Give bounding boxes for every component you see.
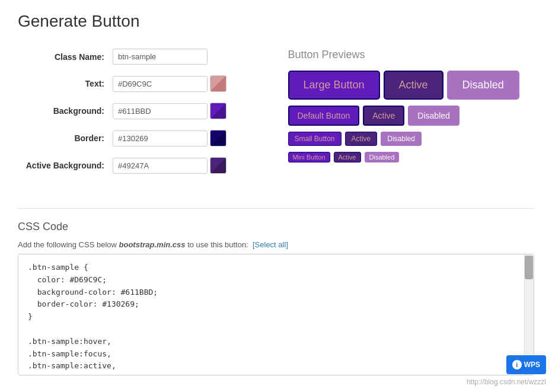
select-all-link[interactable]: [Select all] xyxy=(253,240,288,249)
preview-row-large: Large Button Active Disabled xyxy=(288,71,535,100)
css-section-title: CSS Code xyxy=(18,221,534,233)
class-name-label: Class Name: xyxy=(18,52,113,62)
class-name-row: Class Name: xyxy=(18,49,264,65)
border-row: Border: xyxy=(18,130,264,146)
large-button-disabled[interactable]: Disabled xyxy=(447,71,519,100)
background-row: Background: xyxy=(18,103,264,119)
text-input-group xyxy=(113,75,226,92)
css-filename: bootstrap.min.css xyxy=(119,240,186,249)
background-label: Background: xyxy=(18,106,113,116)
small-button-disabled[interactable]: Disabled xyxy=(381,132,422,146)
active-background-label: Active Background: xyxy=(18,161,113,170)
form-section: Class Name: Text: Background: Border: xyxy=(18,49,264,184)
preview-row-mini: Mini Button Active Disabled xyxy=(288,152,535,162)
mini-button-normal[interactable]: Mini Button xyxy=(288,152,330,162)
small-button-normal[interactable]: Small Button xyxy=(288,132,342,146)
active-background-row: Active Background: xyxy=(18,157,264,174)
border-color-swatch[interactable] xyxy=(210,130,226,146)
large-button-normal[interactable]: Large Button xyxy=(288,71,380,100)
background-input-group xyxy=(113,103,226,119)
text-label: Text: xyxy=(18,79,113,88)
css-code-textarea[interactable]: .btn-sample { color: #D69C9C; background… xyxy=(18,254,534,373)
small-button-active[interactable]: Active xyxy=(345,132,378,146)
css-section: CSS Code Add the following CSS below boo… xyxy=(18,208,534,375)
text-color-swatch[interactable] xyxy=(210,75,226,92)
page-title: Generate Button xyxy=(18,12,534,31)
border-color-input[interactable] xyxy=(113,130,208,146)
scrollbar-thumb[interactable] xyxy=(525,256,533,279)
active-background-color-input[interactable] xyxy=(113,158,208,174)
wps-label: WPS xyxy=(524,361,540,369)
class-name-input[interactable] xyxy=(113,49,208,65)
large-button-active[interactable]: Active xyxy=(384,71,443,100)
watermark: http://blog.csdn.net/wzzzl xyxy=(467,378,546,386)
active-background-color-swatch[interactable] xyxy=(210,157,226,174)
css-code-container: .btn-sample { color: #D69C9C; background… xyxy=(18,254,534,375)
info-icon: i xyxy=(512,360,522,369)
preview-section: Button Previews Large Button Active Disa… xyxy=(288,49,535,184)
default-button-normal[interactable]: Default Button xyxy=(288,106,360,126)
css-instruction: Add the following CSS below bootstrap.mi… xyxy=(18,240,534,249)
preview-row-small: Small Button Active Disabled xyxy=(288,132,535,146)
default-button-disabled[interactable]: Disabled xyxy=(408,106,459,126)
border-label: Border: xyxy=(18,133,113,143)
border-input-group xyxy=(113,130,226,146)
wps-badge: i WPS xyxy=(506,355,546,374)
background-color-swatch[interactable] xyxy=(210,103,226,119)
mini-button-active[interactable]: Active xyxy=(334,152,361,162)
preview-row-default: Default Button Active Disabled xyxy=(288,106,535,126)
default-button-active[interactable]: Active xyxy=(363,106,404,126)
background-color-input[interactable] xyxy=(113,103,208,119)
active-background-input-group xyxy=(113,157,226,174)
text-color-input[interactable] xyxy=(113,76,208,92)
text-row: Text: xyxy=(18,75,264,92)
mini-button-disabled[interactable]: Disabled xyxy=(365,152,400,162)
preview-title: Button Previews xyxy=(288,49,535,61)
